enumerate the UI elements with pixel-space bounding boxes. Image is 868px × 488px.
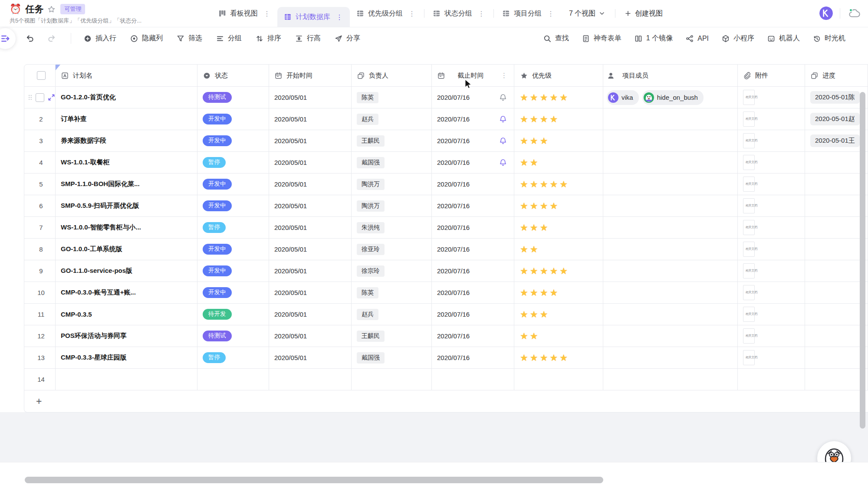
rating-star-icon[interactable]: ★: [530, 331, 538, 341]
toolbar-hide-fields-button[interactable]: 隐藏列: [130, 34, 163, 43]
cell-progress[interactable]: [805, 174, 868, 195]
toolbar-sort-button[interactable]: 排序: [255, 34, 281, 43]
reminder-bell-icon[interactable]: [499, 115, 507, 124]
cell-owner[interactable]: 赵兵: [352, 108, 432, 130]
cell-plan-name[interactable]: CMP-0.3.0-账号互通+账...: [56, 282, 197, 304]
cell-priority[interactable]: ★★★★★: [514, 174, 603, 195]
rating-star-icon[interactable]: ★: [530, 114, 538, 124]
cell-due-date[interactable]: 2020/07/16: [432, 325, 514, 347]
tab-menu-icon[interactable]: ⋮: [408, 10, 416, 18]
attachment-thumbnail[interactable]: 相关文档: [743, 133, 755, 148]
redo-button[interactable]: [47, 34, 56, 43]
cell-owner[interactable]: 陶洪万: [352, 195, 432, 217]
rating-star-icon[interactable]: ★: [540, 223, 548, 233]
toolbar-robot-button[interactable]: 机器人: [767, 34, 800, 43]
cell-start-date[interactable]: 2020/05/01: [269, 217, 352, 239]
cell-progress[interactable]: [805, 152, 868, 174]
rating-star-icon[interactable]: ★: [540, 114, 548, 124]
select-all-checkbox[interactable]: [37, 71, 46, 80]
attachment-thumbnail[interactable]: 相关文档: [743, 177, 755, 192]
cell-progress[interactable]: [805, 260, 868, 282]
cell-status[interactable]: 暂停: [197, 217, 269, 239]
cell-start-date[interactable]: 2020/05/01: [269, 130, 352, 152]
cell-members[interactable]: vikahide_on_bush: [603, 87, 738, 108]
cell-progress[interactable]: [805, 325, 868, 347]
rating-star-icon[interactable]: ★: [530, 288, 538, 298]
toolbar-insert-row-button[interactable]: 插入行: [83, 34, 116, 43]
cell-priority[interactable]: ★★★★★: [514, 87, 603, 108]
sync-cloud-icon[interactable]: [847, 7, 861, 20]
cell-start-date[interactable]: 2020/05/01: [269, 152, 352, 174]
rating-star-icon[interactable]: ★: [520, 309, 528, 320]
cell-owner[interactable]: 戴国强: [352, 152, 432, 174]
toolbar-group-button[interactable]: 分组: [216, 34, 242, 43]
rating-star-icon[interactable]: ★: [530, 309, 538, 320]
cell-plan-name[interactable]: SMP-1.1.0-BOH国际化菜...: [56, 174, 197, 195]
rating-star-icon[interactable]: ★: [520, 288, 528, 298]
reminder-bell-icon[interactable]: [499, 137, 507, 145]
toolbar-widget-button[interactable]: 小程序: [721, 34, 754, 43]
rating-star-icon[interactable]: ★: [549, 201, 558, 211]
toolbar-api-button[interactable]: API: [685, 34, 709, 43]
rating-star-icon[interactable]: ★: [530, 223, 538, 233]
rating-star-icon[interactable]: ★: [520, 353, 528, 363]
cell-status[interactable]: 暂停: [197, 347, 269, 369]
cell-start-date[interactable]: 2020/05/01: [269, 174, 352, 195]
empty-cell[interactable]: [514, 369, 603, 390]
cell-owner[interactable]: 徐亚玲: [352, 239, 432, 260]
cell-attachments[interactable]: 相关文档: [738, 347, 805, 369]
cell-status[interactable]: 开发中: [197, 108, 269, 130]
cell-members[interactable]: [603, 239, 738, 260]
rating-star-icon[interactable]: ★: [520, 201, 528, 211]
cell-attachments[interactable]: 相关文档: [738, 152, 805, 174]
reminder-bell-icon[interactable]: [499, 158, 507, 167]
cell-start-date[interactable]: 2020/05/01: [269, 304, 352, 325]
rating-star-icon[interactable]: ★: [540, 353, 548, 363]
view-tab-3[interactable]: 优先级分组⋮: [350, 0, 422, 27]
cell-due-date[interactable]: 2020/07/16: [432, 217, 514, 239]
toolbar-history-button[interactable]: 时光机: [812, 34, 845, 43]
cell-due-date[interactable]: 2020/07/16: [432, 174, 514, 195]
cell-members[interactable]: [603, 260, 738, 282]
cell-start-date[interactable]: 2020/05/01: [269, 87, 352, 108]
empty-cell[interactable]: [197, 369, 269, 390]
cell-progress[interactable]: 2020-05-01赵: [805, 108, 868, 130]
rating-star-icon[interactable]: ★: [540, 266, 548, 276]
cell-start-date[interactable]: 2020/05/01: [269, 108, 352, 130]
column-header-priority[interactable]: 优先级: [514, 64, 603, 87]
rating-star-icon[interactable]: ★: [540, 288, 548, 298]
cell-plan-name[interactable]: GO-1.1.0-service-pos版: [56, 260, 197, 282]
cell-plan-name[interactable]: SMP-0.5.9-扫码开票优化版: [56, 195, 197, 217]
attachment-thumbnail[interactable]: 相关文档: [743, 263, 755, 278]
cell-attachments[interactable]: 相关文档: [738, 108, 805, 130]
tab-menu-icon[interactable]: ⋮: [546, 10, 555, 18]
cell-attachments[interactable]: 相关文档: [738, 260, 805, 282]
cell-attachments[interactable]: 相关文档: [738, 325, 805, 347]
rating-star-icon[interactable]: ★: [549, 92, 558, 103]
cell-attachments[interactable]: 相关文档: [738, 174, 805, 195]
rating-star-icon[interactable]: ★: [549, 266, 558, 276]
reminder-bell-icon[interactable]: [499, 93, 507, 102]
column-header-status[interactable]: 状态: [197, 64, 269, 87]
cell-due-date[interactable]: 2020/07/16: [432, 282, 514, 304]
cell-due-date[interactable]: 2020/07/16: [432, 87, 514, 108]
rating-star-icon[interactable]: ★: [520, 179, 528, 190]
rating-star-icon[interactable]: ★: [549, 288, 558, 298]
cell-members[interactable]: [603, 304, 738, 325]
cell-owner[interactable]: 王麒民: [352, 130, 432, 152]
progress-link-chip[interactable]: 2020-05-01陈: [810, 91, 860, 104]
toolbar-row-height-button[interactable]: 行高: [295, 34, 321, 43]
add-row-button[interactable]: +: [24, 390, 868, 413]
cell-due-date[interactable]: 2020/07/16: [432, 260, 514, 282]
empty-cell[interactable]: [352, 369, 432, 390]
cell-attachments[interactable]: 相关文档: [738, 130, 805, 152]
cell-owner[interactable]: 陈英: [352, 282, 432, 304]
cell-members[interactable]: [603, 108, 738, 130]
rating-star-icon[interactable]: ★: [530, 92, 538, 103]
view-tab-2[interactable]: 计划数据库⋮: [277, 7, 350, 27]
cell-owner[interactable]: 戴国强: [352, 347, 432, 369]
cell-status[interactable]: 待开发: [197, 304, 269, 325]
attachment-thumbnail[interactable]: 相关文档: [743, 350, 755, 365]
cell-due-date[interactable]: 2020/07/16: [432, 130, 514, 152]
cell-priority[interactable]: ★★: [514, 239, 603, 260]
